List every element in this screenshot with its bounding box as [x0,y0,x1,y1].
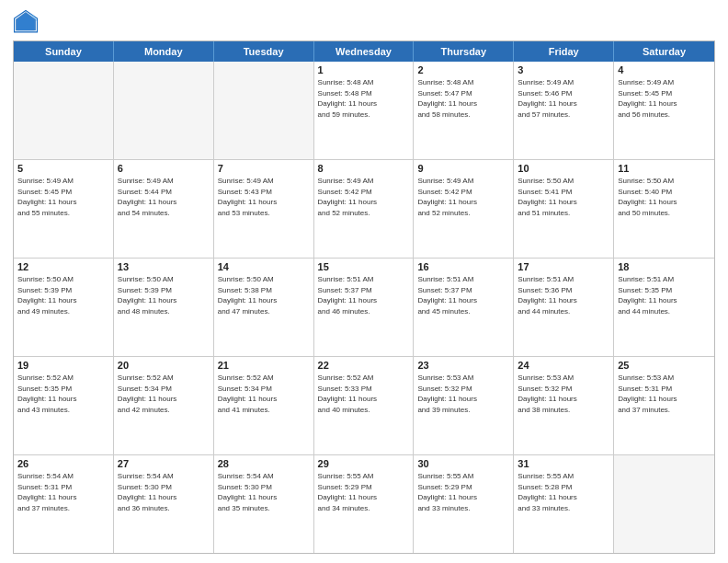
calendar-cell-day-6: 6Sunrise: 5:49 AM Sunset: 5:44 PM Daylig… [114,160,214,258]
weekday-header-sunday: Sunday [14,41,114,62]
calendar-cell-day-2: 2Sunrise: 5:48 AM Sunset: 5:47 PM Daylig… [414,62,514,159]
cell-info: Sunrise: 5:50 AM Sunset: 5:38 PM Dayligh… [218,274,310,316]
day-number: 26 [17,458,109,469]
cell-info: Sunrise: 5:49 AM Sunset: 5:42 PM Dayligh… [417,176,509,218]
day-number: 5 [17,163,109,174]
day-number: 24 [518,360,609,371]
calendar-cell-day-16: 16Sunrise: 5:51 AM Sunset: 5:37 PM Dayli… [414,259,514,356]
cell-info: Sunrise: 5:53 AM Sunset: 5:32 PM Dayligh… [518,373,609,415]
calendar-cell-day-25: 25Sunrise: 5:53 AM Sunset: 5:31 PM Dayli… [614,357,714,454]
day-number: 25 [618,360,711,371]
day-number: 14 [218,261,310,272]
cell-info: Sunrise: 5:53 AM Sunset: 5:32 PM Dayligh… [417,373,509,415]
calendar-cell-empty [14,62,114,159]
cell-info: Sunrise: 5:53 AM Sunset: 5:31 PM Dayligh… [618,373,711,415]
day-number: 22 [318,360,410,371]
day-number: 21 [218,360,310,371]
calendar-cell-day-29: 29Sunrise: 5:55 AM Sunset: 5:29 PM Dayli… [314,455,415,553]
day-number: 6 [118,163,210,174]
cell-info: Sunrise: 5:55 AM Sunset: 5:29 PM Dayligh… [318,471,410,513]
calendar-cell-day-21: 21Sunrise: 5:52 AM Sunset: 5:34 PM Dayli… [214,357,314,454]
calendar-cell-day-18: 18Sunrise: 5:51 AM Sunset: 5:35 PM Dayli… [614,259,714,356]
cell-info: Sunrise: 5:51 AM Sunset: 5:35 PM Dayligh… [618,274,711,316]
cell-info: Sunrise: 5:49 AM Sunset: 5:46 PM Dayligh… [518,77,609,120]
day-number: 2 [417,64,509,75]
day-number: 31 [518,458,609,469]
calendar-cell-day-30: 30Sunrise: 5:55 AM Sunset: 5:29 PM Dayli… [414,455,514,553]
cell-info: Sunrise: 5:50 AM Sunset: 5:40 PM Dayligh… [618,176,711,218]
calendar-cell-day-13: 13Sunrise: 5:50 AM Sunset: 5:39 PM Dayli… [114,259,214,356]
calendar-cell-day-9: 9Sunrise: 5:49 AM Sunset: 5:42 PM Daylig… [414,160,514,258]
calendar-row-2: 12Sunrise: 5:50 AM Sunset: 5:39 PM Dayli… [14,258,714,356]
day-number: 16 [417,261,509,272]
cell-info: Sunrise: 5:52 AM Sunset: 5:34 PM Dayligh… [118,373,210,415]
day-number: 27 [118,458,210,469]
day-number: 8 [318,163,410,174]
weekday-header-wednesday: Wednesday [314,41,415,62]
calendar-row-1: 5Sunrise: 5:49 AM Sunset: 5:45 PM Daylig… [14,159,714,258]
calendar-cell-day-7: 7Sunrise: 5:49 AM Sunset: 5:43 PM Daylig… [214,160,314,258]
calendar-cell-day-3: 3Sunrise: 5:49 AM Sunset: 5:46 PM Daylig… [514,62,614,159]
cell-info: Sunrise: 5:50 AM Sunset: 5:39 PM Dayligh… [17,274,109,316]
day-number: 3 [518,64,609,75]
calendar-cell-empty [614,455,714,553]
logo [13,9,42,35]
calendar-cell-day-8: 8Sunrise: 5:49 AM Sunset: 5:42 PM Daylig… [314,160,415,258]
calendar-cell-day-14: 14Sunrise: 5:50 AM Sunset: 5:38 PM Dayli… [214,259,314,356]
cell-info: Sunrise: 5:51 AM Sunset: 5:37 PM Dayligh… [318,274,410,316]
cell-info: Sunrise: 5:49 AM Sunset: 5:42 PM Dayligh… [318,176,410,218]
day-number: 29 [318,458,410,469]
cell-info: Sunrise: 5:51 AM Sunset: 5:37 PM Dayligh… [417,274,509,316]
day-number: 7 [218,163,310,174]
calendar-cell-day-15: 15Sunrise: 5:51 AM Sunset: 5:37 PM Dayli… [314,259,415,356]
calendar-cell-day-10: 10Sunrise: 5:50 AM Sunset: 5:41 PM Dayli… [514,160,614,258]
cell-info: Sunrise: 5:49 AM Sunset: 5:44 PM Dayligh… [118,176,210,218]
weekday-header-tuesday: Tuesday [214,41,314,62]
day-number: 20 [118,360,210,371]
calendar-cell-day-22: 22Sunrise: 5:52 AM Sunset: 5:33 PM Dayli… [314,357,415,454]
day-number: 19 [17,360,109,371]
day-number: 12 [17,261,109,272]
calendar-cell-day-28: 28Sunrise: 5:54 AM Sunset: 5:30 PM Dayli… [214,455,314,553]
header [13,9,715,35]
cell-info: Sunrise: 5:49 AM Sunset: 5:43 PM Dayligh… [218,176,310,218]
day-number: 11 [618,163,711,174]
calendar-cell-day-1: 1Sunrise: 5:48 AM Sunset: 5:48 PM Daylig… [314,62,415,159]
cell-info: Sunrise: 5:50 AM Sunset: 5:39 PM Dayligh… [118,274,210,316]
calendar-cell-day-26: 26Sunrise: 5:54 AM Sunset: 5:31 PM Dayli… [14,455,114,553]
calendar-cell-day-17: 17Sunrise: 5:51 AM Sunset: 5:36 PM Dayli… [514,259,614,356]
weekday-header-friday: Friday [514,41,614,62]
calendar-cell-day-27: 27Sunrise: 5:54 AM Sunset: 5:30 PM Dayli… [114,455,214,553]
calendar-cell-day-24: 24Sunrise: 5:53 AM Sunset: 5:32 PM Dayli… [514,357,614,454]
calendar-row-4: 26Sunrise: 5:54 AM Sunset: 5:31 PM Dayli… [14,454,714,553]
calendar-cell-day-20: 20Sunrise: 5:52 AM Sunset: 5:34 PM Dayli… [114,357,214,454]
calendar-cell-day-19: 19Sunrise: 5:52 AM Sunset: 5:35 PM Dayli… [14,357,114,454]
cell-info: Sunrise: 5:52 AM Sunset: 5:35 PM Dayligh… [17,373,109,415]
cell-info: Sunrise: 5:51 AM Sunset: 5:36 PM Dayligh… [518,274,609,316]
cell-info: Sunrise: 5:54 AM Sunset: 5:30 PM Dayligh… [118,471,210,513]
cell-info: Sunrise: 5:55 AM Sunset: 5:29 PM Dayligh… [417,471,509,513]
day-number: 23 [417,360,509,371]
weekday-header-saturday: Saturday [614,41,714,62]
calendar-cell-empty [114,62,214,159]
calendar-row-3: 19Sunrise: 5:52 AM Sunset: 5:35 PM Dayli… [14,356,714,454]
day-number: 9 [417,163,509,174]
calendar-header: SundayMondayTuesdayWednesdayThursdayFrid… [14,41,714,62]
cell-info: Sunrise: 5:49 AM Sunset: 5:45 PM Dayligh… [17,176,109,218]
calendar-cell-day-11: 11Sunrise: 5:50 AM Sunset: 5:40 PM Dayli… [614,160,714,258]
day-number: 1 [318,64,410,75]
calendar-body: 1Sunrise: 5:48 AM Sunset: 5:48 PM Daylig… [14,62,714,553]
cell-info: Sunrise: 5:54 AM Sunset: 5:30 PM Dayligh… [218,471,310,513]
cell-info: Sunrise: 5:48 AM Sunset: 5:48 PM Dayligh… [318,77,410,120]
cell-info: Sunrise: 5:55 AM Sunset: 5:28 PM Dayligh… [518,471,609,513]
cell-info: Sunrise: 5:49 AM Sunset: 5:45 PM Dayligh… [618,77,711,120]
calendar-cell-empty [214,62,314,159]
day-number: 18 [618,261,711,272]
day-number: 17 [518,261,609,272]
calendar-row-0: 1Sunrise: 5:48 AM Sunset: 5:48 PM Daylig… [14,62,714,159]
day-number: 4 [618,64,711,75]
cell-info: Sunrise: 5:48 AM Sunset: 5:47 PM Dayligh… [417,77,509,120]
weekday-header-thursday: Thursday [414,41,514,62]
calendar-cell-day-12: 12Sunrise: 5:50 AM Sunset: 5:39 PM Dayli… [14,259,114,356]
cell-info: Sunrise: 5:50 AM Sunset: 5:41 PM Dayligh… [518,176,609,218]
